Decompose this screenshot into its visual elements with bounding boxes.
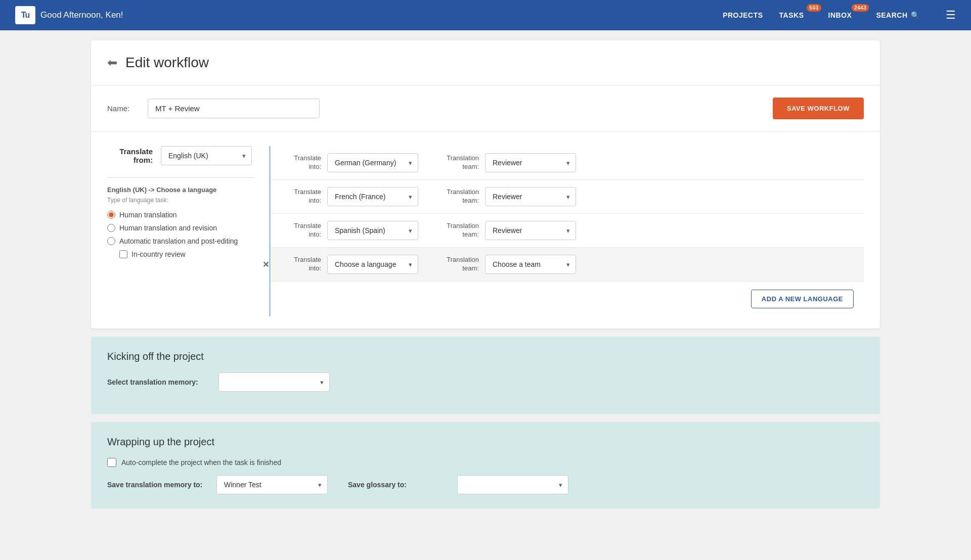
name-label: Name: [107, 104, 138, 113]
autocomplete-checkbox[interactable] [107, 458, 116, 467]
task-in-country-label: In-country review [131, 250, 186, 258]
task-human-revision[interactable]: Human translation and revision [107, 224, 254, 232]
lang-task-subtitle: Type of language task: [107, 197, 254, 204]
lang-task-heading: English (UK) -> Choose a language [107, 186, 254, 194]
lang-row-1: Translateinto: German (Germany) Translat… [271, 146, 864, 180]
translate-right: Translateinto: German (Germany) Translat… [269, 146, 864, 316]
save-memory-group: Save translation memory to: Winner Test [107, 475, 328, 494]
save-glossary-group: Save glossary to: [348, 475, 568, 494]
translate-into-label-1: Translateinto: [281, 154, 321, 171]
nav-tasks[interactable]: TASKS 503 [779, 11, 812, 19]
wrapping-up-section: Wrapping up the project Auto-complete th… [91, 422, 880, 508]
team-select-wrap-1: Reviewer [485, 153, 576, 172]
translation-memory-select-wrap [218, 372, 330, 392]
name-row: Name: SAVE WORKFLOW [91, 85, 880, 132]
lang-row-2: Translateinto: French (France) Translati… [271, 180, 864, 214]
lang-task-box: English (UK) -> Choose a language Type o… [107, 177, 254, 258]
translate-into-label-3: Translateinto: [281, 222, 321, 239]
save-glossary-select-wrap [457, 475, 568, 494]
lang-select-wrap-3: Spanish (Spain) [327, 221, 418, 240]
hamburger-menu[interactable]: ☰ [946, 9, 956, 22]
team-select-2[interactable]: Reviewer [485, 187, 576, 206]
main-content: ⬅ Edit workflow Name: SAVE WORKFLOW Tran… [0, 30, 971, 527]
page-card: ⬅ Edit workflow Name: SAVE WORKFLOW Tran… [91, 40, 880, 329]
lang-select-wrap-1: German (Germany) [327, 153, 418, 172]
task-human-label: Human translation [119, 211, 177, 219]
autocomplete-label: Auto-complete the project when the task … [121, 458, 281, 466]
page-header: ⬅ Edit workflow [91, 40, 880, 85]
translate-from-label: Translatefrom: [107, 147, 153, 164]
team-label-4: Translationteam: [428, 256, 479, 273]
nav-search[interactable]: SEARCH 🔍 [876, 11, 919, 19]
add-language-button[interactable]: ADD A NEW LANGUAGE [751, 290, 854, 308]
lang-select-1[interactable]: German (Germany) [327, 153, 418, 172]
team-select-1[interactable]: Reviewer [485, 153, 576, 172]
save-glossary-label: Save glossary to: [348, 481, 449, 489]
team-label-1: Translationteam: [428, 154, 479, 171]
workflow-name-input[interactable] [148, 99, 320, 118]
lang-select-4[interactable]: Choose a language [327, 255, 418, 274]
team-select-wrap-2: Reviewer [485, 187, 576, 206]
translate-from-header: Translatefrom: English (UK) [107, 146, 254, 165]
task-human-revision-radio[interactable] [107, 224, 115, 232]
add-lang-row: ADD A NEW LANGUAGE [271, 282, 864, 316]
lang-select-wrap-4: Choose a language [327, 255, 418, 274]
navbar: Tu Good Afternoon, Ken! PROJECTS TASKS 5… [0, 0, 971, 30]
team-label-2: Translationteam: [428, 188, 479, 205]
kicking-off-section: Kicking off the project Select translati… [91, 337, 880, 414]
save-glossary-select[interactable] [457, 475, 568, 494]
task-in-country[interactable]: In-country review [119, 250, 254, 258]
task-human[interactable]: Human translation [107, 211, 254, 219]
memory-save-row: Save translation memory to: Winner Test … [107, 475, 864, 494]
back-icon[interactable]: ⬅ [107, 56, 117, 70]
translate-grid: Translatefrom: English (UK) English (UK)… [107, 146, 864, 316]
lang-select-2[interactable]: French (France) [327, 187, 418, 206]
page-title: Edit workflow [125, 55, 209, 71]
tasks-badge: 503 [807, 4, 821, 12]
save-workflow-button[interactable]: SAVE WORKFLOW [773, 98, 864, 119]
team-label-3: Translationteam: [428, 222, 479, 239]
save-memory-label: Save translation memory to: [107, 481, 208, 489]
search-icon: 🔍 [911, 11, 920, 19]
translate-into-label-2: Translateinto: [281, 188, 321, 205]
team-select-3[interactable]: Reviewer [485, 221, 576, 240]
task-auto-radio[interactable] [107, 237, 115, 245]
logo-box: Tu [15, 6, 35, 24]
translate-from-col: Translatefrom: English (UK) English (UK)… [107, 146, 269, 316]
remove-lang-4-button[interactable]: ✕ [262, 260, 269, 269]
task-options: Human translation Human translation and … [107, 211, 254, 258]
translate-section: Translatefrom: English (UK) English (UK)… [91, 132, 880, 329]
lang-row-4: ✕ Translateinto: Choose a language Trans… [271, 248, 864, 282]
translation-memory-row: Select translation memory: [107, 372, 864, 392]
save-memory-select[interactable]: Winner Test [216, 475, 328, 494]
save-memory-select-wrap: Winner Test [216, 475, 328, 494]
translate-from-select-wrap: English (UK) [161, 146, 252, 165]
lang-select-wrap-2: French (France) [327, 187, 418, 206]
translate-into-label-4: Translateinto: [281, 256, 321, 273]
task-human-radio[interactable] [107, 211, 115, 219]
team-select-4[interactable]: Choose a team [485, 255, 576, 274]
task-human-revision-label: Human translation and revision [119, 224, 217, 232]
team-select-wrap-3: Reviewer [485, 221, 576, 240]
autocomplete-row: Auto-complete the project when the task … [107, 458, 864, 467]
task-auto-label: Automatic translation and post-editing [119, 237, 238, 245]
translation-memory-select[interactable] [218, 372, 330, 392]
team-select-wrap-4: Choose a team [485, 255, 576, 274]
task-in-country-checkbox[interactable] [119, 250, 127, 258]
logo[interactable]: Tu Good Afternoon, Ken! [15, 6, 123, 24]
navbar-links: PROJECTS TASKS 503 INBOX 2443 SEARCH 🔍 ☰ [723, 9, 956, 22]
nav-projects[interactable]: PROJECTS [723, 11, 763, 19]
task-auto[interactable]: Automatic translation and post-editing [107, 237, 254, 245]
nav-inbox[interactable]: INBOX 2443 [828, 11, 860, 19]
wrapping-up-title: Wrapping up the project [107, 436, 864, 448]
lang-row-3: Translateinto: Spanish (Spain) Translati… [271, 214, 864, 248]
lang-select-3[interactable]: Spanish (Spain) [327, 221, 418, 240]
greeting: Good Afternoon, Ken! [40, 10, 123, 20]
kicking-off-title: Kicking off the project [107, 351, 864, 362]
inbox-badge: 2443 [852, 4, 869, 12]
translation-memory-label: Select translation memory: [107, 378, 208, 386]
translate-from-select[interactable]: English (UK) [161, 146, 252, 165]
